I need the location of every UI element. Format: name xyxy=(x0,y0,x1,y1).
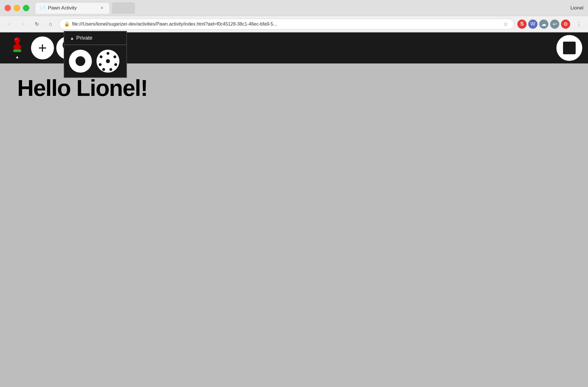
main-content: Hello Lionel! xyxy=(0,63,588,387)
ext-icon-3[interactable]: ☁ xyxy=(539,20,548,29)
svg-point-8 xyxy=(114,63,117,66)
url-text: file:///Users/lionel/sugarizer-dev/activ… xyxy=(72,22,500,27)
add-neighbor-button[interactable]: + xyxy=(31,36,54,59)
pawn-dropdown-arrow: ▲ xyxy=(15,55,19,59)
refresh-button[interactable]: ↻ xyxy=(32,19,42,29)
stop-button[interactable] xyxy=(556,35,582,61)
greeting-text: Hello Lionel! xyxy=(17,75,148,101)
tab-bar: 📄 Pawn Activity × xyxy=(35,2,135,14)
add-icon: + xyxy=(38,40,47,55)
svg-point-4 xyxy=(15,38,17,40)
user-name: Lionel xyxy=(570,5,583,11)
url-bar[interactable]: 🔒 file:///Users/lionel/sugarizer-dev/act… xyxy=(59,19,514,30)
svg-point-0 xyxy=(14,37,20,43)
ext-icon-1[interactable]: S xyxy=(517,20,527,29)
pawn-icon xyxy=(9,37,26,54)
dropdown-dotted-icon[interactable] xyxy=(96,50,119,73)
svg-point-7 xyxy=(113,55,116,58)
title-bar: 📄 Pawn Activity × Lionel xyxy=(0,0,588,16)
tab-title: Pawn Activity xyxy=(48,5,96,11)
dropdown-solid-icon[interactable] xyxy=(69,50,92,73)
svg-point-13 xyxy=(106,59,110,63)
ext-icon-5[interactable]: ⚙ xyxy=(561,20,570,29)
solid-dot-icon xyxy=(76,56,85,66)
empty-tab xyxy=(112,2,135,14)
pawn-activity-button[interactable]: ▲ xyxy=(6,36,29,59)
bookmark-button[interactable]: ☆ xyxy=(502,20,509,28)
svg-point-10 xyxy=(102,68,105,71)
tab-page-icon: 📄 xyxy=(40,5,45,11)
dropdown-label-text: Private xyxy=(76,35,92,41)
maximize-window-button[interactable] xyxy=(23,5,29,11)
svg-rect-3 xyxy=(13,50,21,52)
svg-point-6 xyxy=(107,52,109,55)
dropdown-label-row: ▲ Private xyxy=(64,32,126,45)
svg-point-9 xyxy=(109,68,112,71)
ext-icon-2[interactable]: W xyxy=(528,20,537,29)
stop-icon xyxy=(563,42,576,54)
home-button[interactable]: ⌂ xyxy=(45,19,56,29)
dropdown-icons-row xyxy=(64,45,126,77)
lock-icon: 🔒 xyxy=(64,21,70,27)
minimize-window-button[interactable] xyxy=(14,5,20,11)
browser-menu-button[interactable]: ⋮ xyxy=(574,19,584,29)
dropdown-label-arrow: ▲ xyxy=(70,36,74,40)
extension-icons: S W ☁ ↩ ⚙ xyxy=(517,20,570,29)
svg-point-12 xyxy=(100,55,102,58)
close-window-button[interactable] xyxy=(5,5,11,11)
forward-button[interactable]: › xyxy=(18,19,28,29)
back-button[interactable]: ‹ xyxy=(4,19,14,29)
dropdown-menu: ▲ Private xyxy=(64,31,127,78)
active-tab[interactable]: 📄 Pawn Activity × xyxy=(35,2,110,14)
ext-icon-4[interactable]: ↩ xyxy=(550,20,559,29)
address-bar: ‹ › ↻ ⌂ 🔒 file:///Users/lionel/sugarizer… xyxy=(0,16,588,32)
tab-close-button[interactable]: × xyxy=(99,5,105,11)
dotted-circle-icon xyxy=(98,51,118,71)
svg-point-2 xyxy=(13,44,21,50)
svg-point-11 xyxy=(99,63,102,66)
traffic-lights xyxy=(5,5,29,11)
